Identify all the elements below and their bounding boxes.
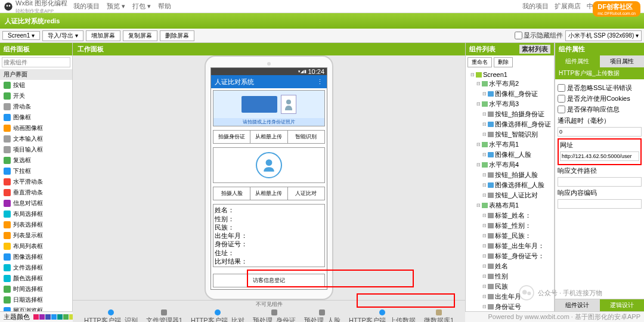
palette-item[interactable]: 文件选择框 bbox=[0, 262, 72, 273]
tab-design[interactable]: 组件设计 bbox=[555, 299, 600, 311]
menu-myproj[interactable]: 我的项目 bbox=[73, 2, 100, 11]
nonvisual-item[interactable]: HTTP客户端_比对 bbox=[191, 309, 244, 322]
tab-comp-prop[interactable]: 组件属性 bbox=[555, 55, 600, 67]
palette-item[interactable]: 网页浏览框 bbox=[0, 305, 72, 311]
assets-tab[interactable]: 素材列表 bbox=[519, 45, 550, 54]
tree-node[interactable]: ⊟按钮_拍摄人脸 bbox=[467, 170, 553, 180]
url-input[interactable] bbox=[560, 151, 639, 161]
svg-point-0 bbox=[4, 2, 12, 10]
palette-item[interactable]: 时间选择框 bbox=[0, 284, 72, 295]
tree-node[interactable]: ⊟民族 bbox=[467, 281, 553, 292]
palette-item[interactable]: 复选框 bbox=[0, 155, 72, 166]
copy-screen[interactable]: 复制屏幕 bbox=[123, 30, 157, 41]
palette-item[interactable]: 信息对话框 bbox=[0, 198, 72, 209]
annotation-box-3: 网址 bbox=[558, 138, 642, 165]
face-card[interactable] bbox=[213, 147, 325, 183]
tree-node[interactable]: ⊟水平布局4 bbox=[467, 160, 553, 170]
nonvisual-item[interactable]: 文件管理器1 bbox=[146, 309, 182, 322]
id-btn-row: 拍摄身份证 从相册上传 智能识别 bbox=[213, 130, 325, 144]
btn-register[interactable]: 访客信息登记 bbox=[213, 274, 325, 287]
palette-item[interactable]: 项目输入框 bbox=[0, 144, 72, 155]
tree-node[interactable]: ⊟图像框_人脸 bbox=[467, 150, 553, 160]
id-preview-card[interactable]: 请拍摄或上传身份证照片 bbox=[213, 90, 325, 126]
tree-node[interactable]: ⊟水平布局3 bbox=[467, 99, 553, 109]
palette-item[interactable]: 开关 bbox=[0, 91, 72, 101]
palette-item[interactable]: 水平滑动条 bbox=[0, 177, 72, 187]
palette-item[interactable]: 布局列表框 bbox=[0, 241, 72, 252]
tree-node[interactable]: ⊟标签_性别： bbox=[467, 221, 553, 231]
chk-cookies[interactable] bbox=[558, 95, 565, 103]
nonvisual-item[interactable]: 预处理_人脸 bbox=[304, 309, 340, 322]
show-hidden-chk[interactable]: 显示隐藏组件 bbox=[515, 31, 563, 40]
menu-help[interactable]: 帮助 bbox=[158, 2, 171, 11]
delete-btn[interactable]: 删除 bbox=[494, 57, 513, 67]
palette-item[interactable]: 列表显示框 bbox=[0, 230, 72, 241]
palette-search[interactable] bbox=[2, 57, 70, 67]
btn-album-face[interactable]: 从相册上传 bbox=[250, 187, 287, 200]
device-select[interactable]: 小米手机 SSP (392x698) ▾ bbox=[565, 30, 642, 41]
palette-item[interactable]: 滑动条 bbox=[0, 101, 72, 112]
menu-build[interactable]: 打包 ▾ bbox=[132, 2, 151, 11]
palette-item[interactable]: 图像选择框 bbox=[0, 252, 72, 262]
project-title: 人证比对系统redis bbox=[0, 13, 644, 29]
tree-node[interactable]: ⊟按钮_智能识别 bbox=[467, 129, 553, 140]
link-store[interactable]: 扩展商店 bbox=[555, 2, 581, 11]
nonvisual-item[interactable]: 预处理_身份证 bbox=[253, 309, 296, 322]
btn-shoot-id[interactable]: 拍摄身份证 bbox=[213, 131, 250, 143]
palette-item[interactable]: 垂直滑动条 bbox=[0, 187, 72, 198]
palette-item[interactable]: 图像框 bbox=[0, 112, 72, 123]
tree-node[interactable]: ⊟Screen1 bbox=[467, 70, 553, 79]
palette-item[interactable]: 动画图像框 bbox=[0, 123, 72, 134]
palette-item[interactable]: 列表选择框 bbox=[0, 219, 72, 230]
chk-save-resp[interactable] bbox=[558, 106, 565, 113]
btn-shoot-face[interactable]: 拍摄人脸 bbox=[213, 187, 250, 200]
tab-proj-prop[interactable]: 项目属性 bbox=[600, 55, 645, 67]
import-export[interactable]: 导入/导出 ▾ bbox=[42, 30, 83, 41]
resp-path-input[interactable] bbox=[558, 177, 642, 187]
add-screen[interactable]: 增加屏幕 bbox=[86, 30, 120, 41]
tree-node[interactable]: ⊟标签_姓名： bbox=[467, 210, 553, 221]
btn-ocr[interactable]: 智能识别 bbox=[288, 131, 324, 143]
tree-node[interactable]: ⊟水平布局2 bbox=[467, 79, 553, 89]
tree-node[interactable]: ⊟水平布局1 bbox=[467, 140, 553, 150]
tree-node[interactable]: ⊟标签_身份证号： bbox=[467, 251, 553, 261]
face-btn-row: 拍摄人脸 从相册上传 人证比对 bbox=[213, 187, 325, 200]
tree-node[interactable]: ⊟图像框_身份证 bbox=[467, 89, 553, 99]
tree-node[interactable]: ⊟表格布局1 bbox=[467, 200, 553, 210]
palette-item[interactable]: 按钮 bbox=[0, 80, 72, 91]
tree-node[interactable]: ⊟身份证号 bbox=[467, 302, 553, 311]
tree-node[interactable]: ⊟图像选择框_人脸 bbox=[467, 180, 553, 190]
menu-preview[interactable]: 预览 ▾ bbox=[107, 2, 125, 11]
link-projects[interactable]: 我的项目 bbox=[522, 2, 549, 11]
palette-item[interactable]: 文本输入框 bbox=[0, 134, 72, 144]
chk-ssl[interactable] bbox=[558, 84, 565, 92]
screen-select[interactable]: Screen1 ▾ bbox=[2, 31, 40, 40]
rename-btn[interactable]: 重命名 bbox=[467, 57, 492, 67]
palette-item[interactable]: 日期选择框 bbox=[0, 295, 72, 305]
tree-node[interactable]: ⊟标签_民族： bbox=[467, 231, 553, 241]
nonvisual-item[interactable]: HTTP客户端_识别 bbox=[84, 309, 138, 322]
palette-item[interactable]: 颜色选择框 bbox=[0, 273, 72, 284]
del-screen[interactable]: 删除屏幕 bbox=[160, 30, 194, 41]
palette-item[interactable]: 下拉框 bbox=[0, 166, 72, 177]
nonvisual-item[interactable]: HTTP客户端_上传数据 bbox=[349, 309, 416, 322]
tree-node[interactable]: ⊟性别 bbox=[467, 271, 553, 281]
nonvisual-row: 不可见组件 HTTP客户端_识别文件管理器1HTTP客户端_比对预处理_身份证预… bbox=[73, 300, 465, 322]
tree-node[interactable]: ⊟按钮_人证比对 bbox=[467, 190, 553, 200]
cat-ui[interactable]: 用户界面 bbox=[0, 69, 72, 80]
timeout-input[interactable] bbox=[558, 127, 642, 137]
palette-item[interactable]: 布局选择框 bbox=[0, 209, 72, 219]
btn-compare[interactable]: 人证比对 bbox=[288, 187, 324, 200]
resp-enc-input[interactable] bbox=[558, 199, 642, 209]
tree-node[interactable]: ⊟按钮_拍摄身份证 bbox=[467, 109, 553, 119]
tree-node[interactable]: ⊟姓名 bbox=[467, 261, 553, 271]
tab-logic[interactable]: 逻辑设计 bbox=[600, 299, 645, 311]
nonvisual-item[interactable]: 微数据库1 bbox=[424, 309, 454, 322]
btn-album-id[interactable]: 从相册上传 bbox=[250, 131, 287, 143]
tree-node[interactable]: ⊟图像选择框_身份证 bbox=[467, 119, 553, 129]
topbar: WxBit 图形化编程轻松制作安卓APP 我的项目 预览 ▾ 打包 ▾ 帮助 我… bbox=[0, 0, 644, 13]
phone-screen[interactable]: ▾◢ ▮ 10:24 人证比对系统⋮ 请拍摄或上传身份证照片 拍摄身份证 从相册… bbox=[210, 67, 327, 290]
tree-node[interactable]: ⊟标签_出生年月： bbox=[467, 241, 553, 251]
tree-node[interactable]: ⊟出生年月 bbox=[467, 292, 553, 302]
menu-icon[interactable]: ⋮ bbox=[317, 78, 323, 86]
